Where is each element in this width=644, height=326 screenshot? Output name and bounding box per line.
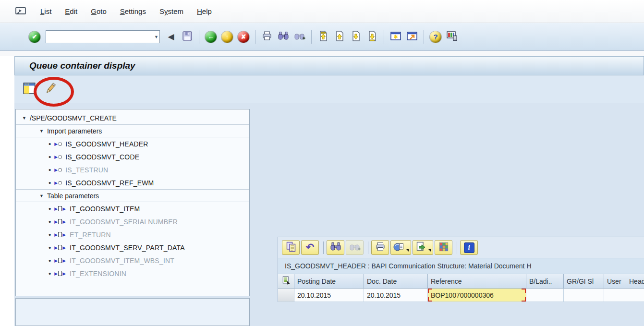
command-input[interactable] <box>46 31 149 42</box>
enter-button[interactable]: ✔ <box>27 30 42 44</box>
exit-button[interactable]: ↑ <box>220 30 234 44</box>
column-header-header[interactable]: Header <box>626 274 644 289</box>
column-header-gr-gi-sl[interactable]: GR/GI Sl <box>564 274 604 289</box>
display-change-button[interactable] <box>42 81 59 97</box>
grid-find-next-button[interactable] <box>346 240 364 255</box>
page-up-button[interactable] <box>332 30 347 44</box>
collapse-button[interactable]: ◀ <box>164 30 178 44</box>
alv-grid-title: IS_GOODSMVT_HEADER : BAPI Communication … <box>278 258 644 274</box>
column-header-doc-date[interactable]: Doc. Date <box>364 274 428 289</box>
layout-grid-icon <box>438 241 450 254</box>
menu-edit[interactable]: Edit <box>58 5 84 17</box>
column-header-posting-date[interactable]: Posting Date <box>294 274 364 289</box>
customize-icon <box>446 30 458 44</box>
cancel-button[interactable]: ✘ <box>236 30 251 44</box>
alv-grid-container: ↶i IS_GOODSMVT_HEADER : BAPI Communicati… <box>278 237 644 302</box>
first-page-button[interactable] <box>316 30 330 44</box>
print-button[interactable] <box>260 30 274 44</box>
tree-item-it_goodsmvt_item[interactable]: •▶▶IT_GOODSMVT_ITEM <box>16 202 249 215</box>
lower-empty-panel <box>15 298 250 326</box>
system-menu-icon[interactable] <box>14 6 27 17</box>
customize-layout-button[interactable] <box>445 30 459 44</box>
tree-expander-icon[interactable]: ▼ <box>39 193 44 198</box>
alv-toolbar-separator <box>457 241 457 254</box>
menu-goto[interactable]: Goto <box>84 5 113 17</box>
grid-find-button[interactable] <box>327 240 344 255</box>
collapse-icon: ◀ <box>168 32 174 42</box>
reference-cell-selected[interactable]: BOP1007000000306 <box>428 289 526 302</box>
tree-root-label: /SPE/GOODSMVT_CREATE <box>30 114 117 122</box>
data-cell[interactable] <box>626 289 644 302</box>
row-select-cell[interactable] <box>278 289 294 302</box>
pencil-icon <box>44 82 57 97</box>
new-session-button[interactable] <box>389 30 403 44</box>
tree-item-it_goodsmvt_serv_part_data[interactable]: •▶▶IT_GOODSMVT_SERV_PART_DATA <box>16 241 249 254</box>
menu-settings[interactable]: Settings <box>113 5 153 17</box>
bullet-icon: • <box>49 258 51 263</box>
tree-item-it_goodsmvt_item_wbs_int[interactable]: •▶▶IT_GOODSMVT_ITEM_WBS_INT <box>16 254 249 267</box>
bullet-icon: • <box>49 142 51 146</box>
last-page-button[interactable] <box>365 30 379 44</box>
bullet-icon: • <box>49 168 51 172</box>
tree-item-is_goodsmvt_header[interactable]: •▶IS_GOODSMVT_HEADER <box>16 137 249 150</box>
spacer-strip <box>0 51 644 56</box>
menu-system[interactable]: System <box>153 5 190 17</box>
dropdown-caret-icon[interactable] <box>428 249 431 252</box>
tree-group-label: Table parameters <box>47 192 99 200</box>
command-field[interactable]: ▼ <box>46 30 160 43</box>
tree-item-label: IT_EXTENSIONIN <box>70 270 126 278</box>
save-button[interactable] <box>180 30 194 44</box>
tree-item-it_goodsmvt_serialnumber[interactable]: •▶▶IT_GOODSMVT_SERIALNUMBER <box>16 215 249 228</box>
find-button[interactable] <box>276 30 291 44</box>
tree-item-it_extensionin[interactable]: •▶▶IT_EXTENSIONIN <box>16 267 249 280</box>
help-icon: ? <box>430 31 441 43</box>
tree-expander-icon[interactable]: ▼ <box>22 116 26 121</box>
dropdown-caret-icon[interactable] <box>406 249 409 252</box>
data-cell[interactable]: 20.10.2015 <box>294 289 364 302</box>
copy-button[interactable] <box>282 240 300 255</box>
command-field-dropdown-icon[interactable]: ▼ <box>154 31 158 43</box>
page-down-button[interactable] <box>349 30 363 44</box>
column-header-b-ladi-[interactable]: B/Ladi.. <box>526 274 564 289</box>
tree-expander-icon[interactable]: ▼ <box>39 129 44 133</box>
menu-list[interactable]: List <box>34 5 58 17</box>
find-icon <box>278 30 289 44</box>
tree-item-is_testrun[interactable]: •▶IS_TESTRUN <box>16 163 249 176</box>
export-button[interactable] <box>413 240 433 255</box>
tree-item-et_return[interactable]: •▶▶ET_RETURN <box>16 228 249 241</box>
create-shortcut-button[interactable] <box>405 30 419 44</box>
back-icon: ← <box>205 31 217 43</box>
select-all-button[interactable] <box>278 274 294 289</box>
structure-parameter-icon: ▶ <box>54 168 61 172</box>
new-session-icon <box>390 30 401 44</box>
tree-group-node[interactable]: ▼Table parameters <box>16 189 249 202</box>
choose-layout-button[interactable] <box>435 240 452 255</box>
parameter-tree-panel: ▼/SPE/GOODSMVT_CREATE▼Import parameters•… <box>15 109 250 296</box>
info-button[interactable]: i <box>460 240 478 255</box>
tree-item-is_goodsmvt_code[interactable]: •▶IS_GOODSMVT_CODE <box>16 150 249 163</box>
undo-button[interactable]: ↶ <box>301 240 319 255</box>
grid-print-button[interactable] <box>371 240 389 255</box>
tree-group-node[interactable]: ▼Import parameters <box>16 124 249 137</box>
column-header-user[interactable]: User <box>604 274 626 289</box>
cell-value: BOP1007000000306 <box>431 291 494 299</box>
preview-icon <box>393 241 404 254</box>
find-next-button[interactable] <box>292 30 307 44</box>
print-preview-button[interactable] <box>390 240 411 255</box>
data-cell[interactable] <box>564 289 604 302</box>
data-cell[interactable] <box>604 289 626 302</box>
tree-item-label: IT_GOODSMVT_ITEM <box>70 205 140 213</box>
data-cell[interactable]: 20.10.2015 <box>364 289 428 302</box>
page-title: Queue container display <box>15 60 135 71</box>
column-header-reference[interactable]: Reference <box>428 274 526 289</box>
help-button[interactable]: ? <box>428 30 443 44</box>
alv-toolbar-separator <box>368 241 368 254</box>
tree-item-is_goodsmvt_ref_ewm[interactable]: •▶IS_GOODSMVT_REF_EWM <box>16 176 249 189</box>
tree-root-node[interactable]: ▼/SPE/GOODSMVT_CREATE <box>16 111 249 124</box>
page-first-icon <box>317 30 329 44</box>
back-button[interactable]: ← <box>204 30 218 44</box>
menu-help[interactable]: Help <box>190 5 219 17</box>
column-tree-button[interactable] <box>21 81 37 97</box>
bullet-icon: • <box>49 232 51 237</box>
data-cell[interactable] <box>526 289 564 302</box>
